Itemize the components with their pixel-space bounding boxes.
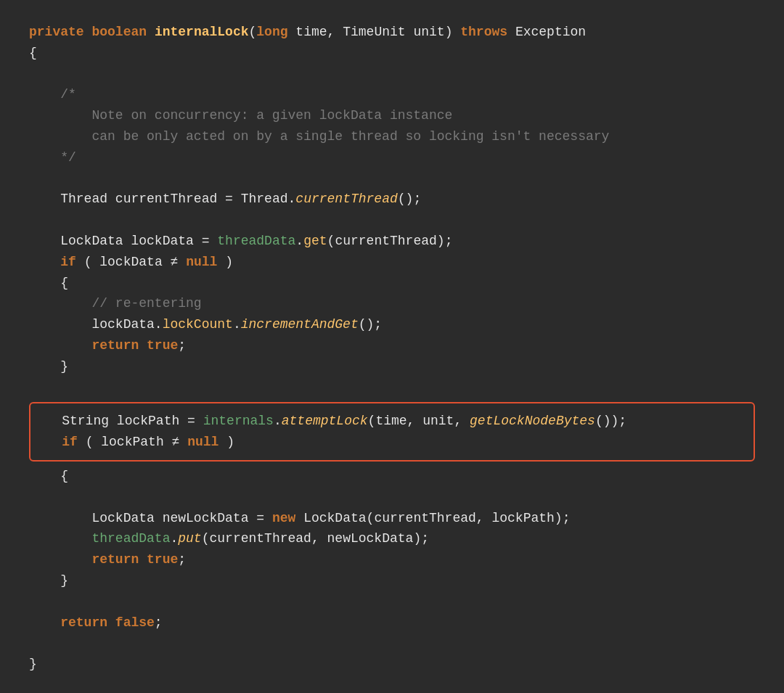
code-editor: private boolean internalLock(long time, … <box>0 0 784 693</box>
code-line-blank7 <box>29 633 755 654</box>
code-line-close-brace2: } <box>29 356 755 377</box>
code-line-comment-close: */ <box>29 147 755 168</box>
code-line-close-brace-main: } <box>29 654 755 675</box>
code-line-open-brace3: { <box>29 466 755 487</box>
code-line-blank1 <box>29 64 755 85</box>
code-line-if2: if ( lockPath ≠ null ) <box>30 432 754 453</box>
code-line-close-brace3: } <box>29 570 755 591</box>
code-line-signature: private boolean internalLock(long time, … <box>29 22 755 43</box>
code-line-comment2: can be only acted on by a single thread … <box>29 126 755 147</box>
code-line-return-false: return false; <box>29 612 755 633</box>
code-line-lockdata: LockData lockData = threadData.get(curre… <box>29 231 755 252</box>
code-line-comment3: // re-entering <box>29 293 755 314</box>
code-line-comment1: Note on concurrency: a given lockData in… <box>29 105 755 126</box>
code-line-increment: lockData.lockCount.incrementAndGet(); <box>29 314 755 335</box>
code-line-if1: if ( lockData ≠ null ) <box>29 252 755 273</box>
code-line-newlockdata: LockData newLockData = new LockData(curr… <box>29 508 755 529</box>
code-line-blank3 <box>29 210 755 231</box>
code-line-thread: Thread currentThread = Thread.currentThr… <box>29 189 755 210</box>
code-line-comment-open: /* <box>29 84 755 105</box>
code-line-open-brace1: { <box>29 43 755 64</box>
code-line-lockpath: String lockPath = internals.attemptLock(… <box>30 411 754 432</box>
code-line-blank4 <box>29 377 755 398</box>
code-line-threaddata-put: threadData.put(currentThread, newLockDat… <box>29 528 755 549</box>
code-line-open-brace2: { <box>29 273 755 294</box>
highlighted-code-block: String lockPath = internals.attemptLock(… <box>29 402 755 462</box>
code-line-return-true2: return true; <box>29 549 755 570</box>
code-line-blank2 <box>29 168 755 189</box>
code-line-blank6 <box>29 591 755 612</box>
code-line-return-true1: return true; <box>29 335 755 356</box>
code-line-blank5 <box>29 487 755 508</box>
